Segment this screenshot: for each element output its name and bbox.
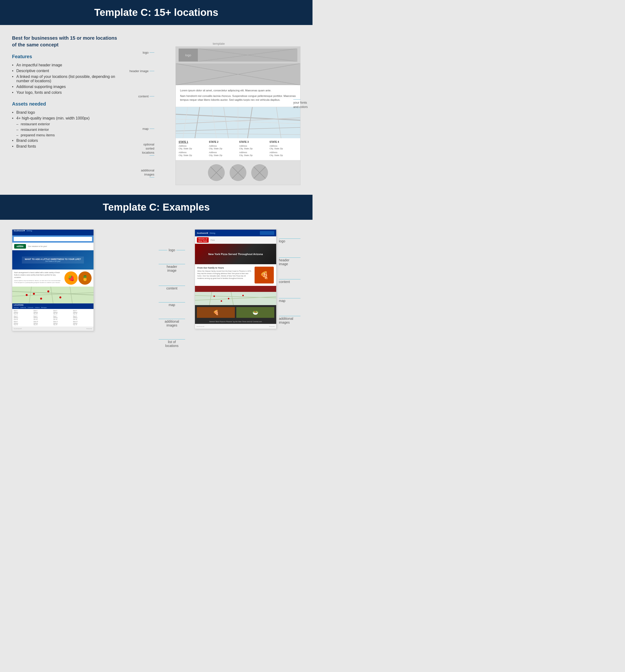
list-item: Brand logo xyxy=(12,110,123,115)
diag-loc-row-2: AddressCity, State Zip AddressCity, Stat… xyxy=(178,151,297,157)
loc-cell: AddressCity, State Zip xyxy=(178,151,207,157)
list-item-indent: prepared menu items xyxy=(12,132,123,138)
features-list: An impactful header image Descriptive co… xyxy=(12,62,123,95)
list-item: A linked map of your locations (list pos… xyxy=(12,74,123,84)
list-item: Brand colors xyxy=(12,138,123,144)
edible-screenshot: Southwest★ Dining edible Our mission is … xyxy=(12,230,94,331)
template-right-col: template logo header image content xyxy=(137,34,301,185)
state-tab-1: STATE 1 xyxy=(178,141,207,143)
ss-content-text: Each arrangement is hand crafted with a … xyxy=(14,271,63,285)
diag-locations-table: STATE 1 STATE 2 STATE 3 STATE 4 AddressC… xyxy=(176,138,300,161)
diag-header-image xyxy=(176,64,300,85)
pizza-anno-map: map xyxy=(279,298,301,303)
diag-label-fonts: your fonts and colors xyxy=(293,99,308,109)
diagram-top-label: template xyxy=(156,42,281,46)
pizza-anno-addl-imgs: additional images xyxy=(279,316,301,325)
pizza-anno-logo: logo xyxy=(279,239,301,243)
map-svg xyxy=(176,107,300,138)
loc-item: Store 2AddressCity, AZ xyxy=(33,310,52,315)
pizza-nav: Southwest★ Dining xyxy=(195,230,276,236)
pizza-hero: New York Pizza Served Throughout Arizona xyxy=(195,244,276,264)
pizza-text-col: From Our Family to Yours When the Glasse… xyxy=(197,267,253,284)
loc-item: Store 8AddressCity, AZ xyxy=(73,315,92,320)
loc-tab-co[interactable]: Colorado xyxy=(28,307,33,308)
diagram-outer: logo header image content map xyxy=(137,46,301,185)
anno-content: content xyxy=(159,286,185,290)
loc-item: Store 3AddressCity, AZ xyxy=(53,310,72,315)
examples-title: Template C: Examples xyxy=(5,201,308,213)
pizza-content-body: When the Glasser family moved from the E… xyxy=(197,270,253,279)
anno-addl-imgs: additional images xyxy=(159,319,185,327)
assets-list: Brand logo 4+ high-quality images (min. … xyxy=(12,110,123,149)
best-for-text: Best for businesses with 15 or more loca… xyxy=(12,34,123,48)
ss-search[interactable] xyxy=(14,237,92,241)
diag-img-circle-2 xyxy=(230,164,246,181)
loc-item: Store 5AddressCity, AZ xyxy=(14,315,33,320)
pizza-hero-text: New York Pizza Served Throughout Arizona xyxy=(207,252,264,257)
pizza-caption: Named "Best Pizza in Phoenix" by the New… xyxy=(195,320,276,324)
annotation-labels-col: logo header image content map additiona xyxy=(159,230,185,355)
loc-item: Store 11AddressCity, AZ xyxy=(53,321,72,326)
ss-hero-text: WANT TO ADD A LITTLE SWEETNESS TO YOUR L… xyxy=(25,258,81,260)
pizza-search-bar[interactable] xyxy=(260,231,274,235)
pizza-anno-content: content xyxy=(279,279,301,284)
ss-map xyxy=(12,287,94,304)
diag-additional-images xyxy=(176,160,300,185)
anno-logo: logo xyxy=(159,248,185,252)
ss-locs-header: LOCATIONS xyxy=(12,304,94,307)
loc-tab-mi[interactable]: Michigan xyxy=(41,307,47,308)
loc-tab-in[interactable]: Indiana xyxy=(35,307,40,308)
pizza-map-inner xyxy=(195,292,276,305)
ss-nav: Southwest★ Dining xyxy=(12,230,94,235)
svg-point-32 xyxy=(221,300,222,302)
loc-cell: AddressCity, State Zip xyxy=(178,145,207,150)
pizza-logo-sub: Pizza xyxy=(211,239,215,241)
diag-label-locations: optional sorted locations xyxy=(142,143,154,155)
nav-tab: Dining xyxy=(26,230,32,232)
ss-subbar xyxy=(12,235,94,243)
diag-label-map: map xyxy=(143,127,154,130)
template-info-section: Best for businesses with 15 or more loca… xyxy=(0,25,312,195)
loc-cell: AddressCity, State Zip xyxy=(209,151,237,157)
loc-item: Store 12AddressCity, AZ xyxy=(73,321,92,326)
pizza-content-title: From Our Family to Yours xyxy=(197,267,253,269)
state-tab-3: STATE 3 xyxy=(239,141,267,143)
pizza-nav-brand: Southwest★ xyxy=(197,232,208,234)
diag-img-circle-3 xyxy=(251,164,268,181)
loc-item: Store 7AddressCity, AZ xyxy=(53,315,72,320)
connector-logo xyxy=(149,52,154,53)
loc-tab-az[interactable]: Arizona xyxy=(14,307,19,308)
examples-section: Southwest★ Dining edible Our mission is … xyxy=(0,220,312,364)
list-item: Brand fonts xyxy=(12,144,123,149)
loc-item: Store 9AddressCity, AZ xyxy=(14,321,33,326)
svg-point-19 xyxy=(33,293,35,295)
ss-hero-sub: Our treats is for you! xyxy=(25,260,81,262)
loc-item: Store 1AddressCity, AZ xyxy=(14,310,33,315)
pizza-footer-right: Rewards xyxy=(269,326,275,327)
pizza-content: From Our Family to Yours When the Glasse… xyxy=(195,264,276,286)
pizza-nav-tab: Dining xyxy=(210,232,215,234)
svg-point-21 xyxy=(59,296,61,298)
ss-img-2 xyxy=(78,271,92,285)
anno-header-img: header image xyxy=(159,264,185,272)
pizza-anno-header: header image xyxy=(279,258,301,266)
loc-tab-ca[interactable]: California xyxy=(20,307,26,308)
anno-list-locs: list of locations xyxy=(159,339,185,347)
list-item: Additional supporting images xyxy=(12,84,123,90)
diag-loc-header: STATE 1 STATE 2 STATE 3 STATE 4 xyxy=(178,141,297,143)
diag-logo-xmark xyxy=(198,49,297,62)
nav-brand: Southwest★ xyxy=(14,230,25,232)
svg-point-30 xyxy=(228,298,229,299)
diag-content: Lorem ipsum dolor sit amet, consectetur … xyxy=(176,85,300,107)
anno-map: map xyxy=(159,302,185,307)
diag-logo-box: logo xyxy=(178,49,198,62)
loc-item: Store 10AddressCity, AZ xyxy=(33,321,52,326)
ss-locs-tabs: Arizona California Colorado Indiana Mich… xyxy=(12,307,94,309)
loc-item: Store 6AddressCity, AZ xyxy=(33,315,52,320)
pizza-footer-left: Southwest★ xyxy=(196,326,204,327)
diag-label-logo: logo xyxy=(143,51,154,54)
connector-addl-images xyxy=(149,177,154,177)
loc-cell: AddressCity, State Zip xyxy=(239,145,267,150)
list-item: Descriptive content xyxy=(12,68,123,74)
example-left-container: Southwest★ Dining edible Our mission is … xyxy=(12,230,149,331)
